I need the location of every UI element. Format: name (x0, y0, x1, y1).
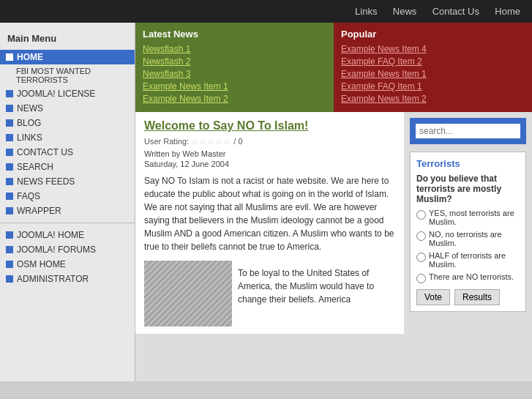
poll-radio-4[interactable] (416, 274, 426, 283)
bullet-icon (6, 246, 13, 253)
nav-links[interactable]: Links (355, 6, 377, 17)
bullet-icon (6, 149, 13, 156)
bullet-icon (6, 105, 13, 112)
results-button[interactable]: Results (454, 289, 500, 305)
bullet-icon (6, 90, 13, 97)
article-author: Written by Web Master (144, 149, 395, 158)
popular-news-item-4[interactable]: Example FAQ Item 1 (341, 81, 525, 92)
sidebar-item-joomla-home[interactable]: JOOMLA! HOME (0, 228, 135, 242)
bullet-icon (6, 231, 13, 239)
popular-news-item-2[interactable]: Example FAQ Item 2 (341, 56, 525, 67)
poll-option-2: NO, no terrorists are Muslim. (416, 230, 520, 247)
bullet-icon (6, 134, 13, 141)
search-input[interactable] (416, 124, 520, 138)
popular-news-heading: Popular (341, 29, 525, 40)
sidebar-item-wrapper[interactable]: WRAPPER (0, 204, 135, 218)
sidebar-divider (0, 223, 135, 223)
poll-box: Terrorists Do you believe that terrorist… (410, 152, 526, 312)
latest-news-item-1[interactable]: Newsflash 1 (143, 44, 326, 54)
sidebar-item-home[interactable]: HOME (0, 50, 135, 64)
sidebar-item-osm-home[interactable]: OSM HOME (0, 257, 135, 272)
sidebar: Main Menu HOME FBI MOST WANTED TERRORIST… (0, 23, 135, 381)
user-rating: User Rating: ☆☆☆☆☆ / 0 (144, 137, 395, 146)
latest-news-item-5[interactable]: Example News Item 2 (143, 94, 326, 104)
poll-radio-1[interactable] (416, 210, 426, 220)
bullet-icon (6, 193, 13, 200)
right-column: Terrorists Do you believe that terrorist… (404, 112, 532, 334)
sidebar-item-contact[interactable]: CONTACT US (0, 145, 135, 160)
latest-news-item-3[interactable]: Newsflash 3 (143, 69, 326, 79)
popular-news-item-5[interactable]: Example News Item 2 (341, 94, 525, 104)
poll-option-1: YES, most terrorists are Muslim. (416, 209, 520, 226)
poll-radio-3[interactable] (416, 253, 426, 262)
poll-option-3: HALF of terrorists are Muslim. (416, 251, 520, 269)
popular-news-panel: Popular Example News Item 4 Example FAQ … (334, 23, 532, 112)
latest-news-heading: Latest News (143, 29, 326, 40)
sidebar-section-2: JOOMLA! HOME JOOMLA! FORUMS OSM HOME ADM… (0, 228, 135, 286)
popular-news-item-1[interactable]: Example News Item 4 (341, 44, 525, 54)
bullet-icon (6, 178, 13, 185)
sidebar-item-search[interactable]: SEARCH (0, 160, 135, 174)
article-body-2: To be loyal to the United States of Amer… (238, 266, 395, 327)
main-content: Welcome to Say NO To Islam! User Rating:… (135, 112, 404, 334)
nav-news[interactable]: News (393, 6, 417, 17)
bullet-icon (6, 261, 13, 268)
bullet-icon (6, 207, 13, 215)
bullet-icon (6, 53, 13, 61)
sidebar-item-blog[interactable]: BLOG (0, 116, 135, 130)
article-body-1: Say NO To Islam is not a racist or hate … (144, 174, 395, 253)
bullet-icon (6, 119, 13, 127)
latest-news-item-4[interactable]: Example News Item 1 (143, 81, 326, 92)
search-box (410, 118, 526, 144)
main-and-right: Welcome to Say NO To Islam! User Rating:… (135, 112, 532, 334)
poll-buttons: Vote Results (416, 289, 520, 305)
poll-heading: Terrorists (416, 158, 520, 169)
article-image-section: To be loyal to the United States of Amer… (144, 261, 395, 327)
poll-option-4: There are NO terrorists. (416, 272, 520, 283)
sidebar-item-joomla-license[interactable]: JOOMLA! LICENSE (0, 86, 135, 101)
vote-button[interactable]: Vote (416, 289, 450, 305)
sidebar-item-administrator[interactable]: ADMINISTRATOR (0, 272, 135, 286)
article-title: Welcome to Say NO To Islam! (144, 119, 395, 133)
sidebar-heading: Main Menu (0, 30, 135, 50)
sidebar-item-newsfeeds[interactable]: NEWS FEEDS (0, 174, 135, 189)
bullet-icon (6, 275, 13, 283)
news-row: Latest News Newsflash 1 Newsflash 2 News… (135, 23, 532, 112)
bullet-icon (6, 163, 13, 171)
sidebar-item-faqs[interactable]: FAQS (0, 189, 135, 204)
sidebar-item-fbi[interactable]: FBI MOST WANTED TERRORISTS (0, 64, 135, 86)
sidebar-item-joomla-forums[interactable]: JOOMLA! FORUMS (0, 242, 135, 257)
content-area: Latest News Newsflash 1 Newsflash 2 News… (135, 23, 532, 381)
article-date: Saturday, 12 June 2004 (144, 160, 395, 168)
poll-question: Do you believe that terrorists are mostl… (416, 174, 520, 204)
nav-home[interactable]: Home (495, 6, 520, 17)
article-image (144, 261, 232, 327)
nav-contact[interactable]: Contact Us (432, 6, 479, 17)
rating-stars: ☆☆☆☆☆ (191, 137, 231, 146)
sidebar-item-links[interactable]: LINKS (0, 130, 135, 145)
sidebar-item-news[interactable]: NEWS (0, 101, 135, 116)
poll-radio-2[interactable] (416, 231, 426, 241)
popular-news-item-3[interactable]: Example News Item 1 (341, 69, 525, 79)
top-nav-bar: Links News Contact Us Home (0, 0, 532, 23)
latest-news-item-2[interactable]: Newsflash 2 (143, 56, 326, 67)
latest-news-panel: Latest News Newsflash 1 Newsflash 2 News… (135, 23, 334, 112)
